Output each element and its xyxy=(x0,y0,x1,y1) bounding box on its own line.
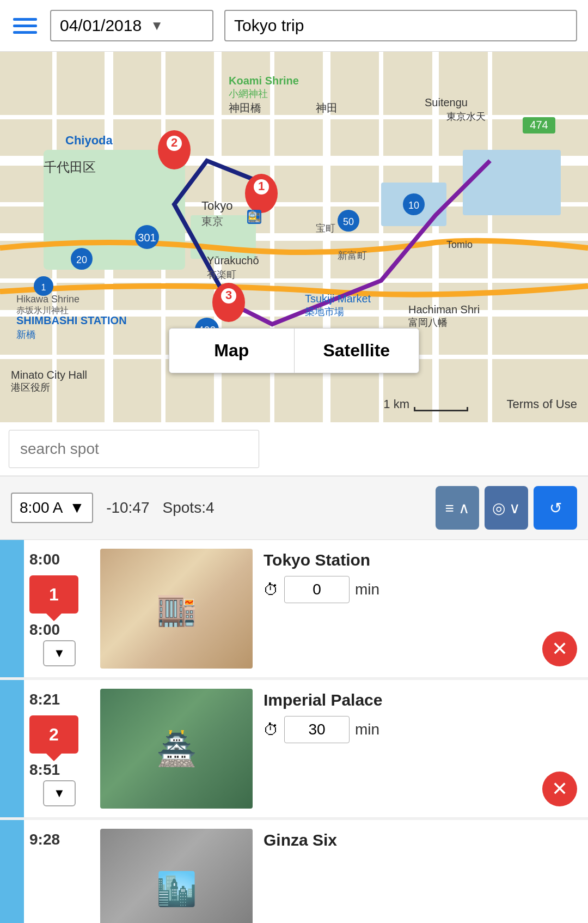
time-end-1: 8:00 xyxy=(29,621,60,639)
map-container[interactable]: Chiyoda 千代田区 Tokyo 東京 Yūrakuchō 有楽町 Tsuk… xyxy=(0,52,588,422)
left-bar-1 xyxy=(0,540,24,677)
scale-label: 1 km xyxy=(383,397,409,411)
clock-icon-1: ⏱ xyxy=(264,581,279,599)
spot-thumbnail-2 xyxy=(100,689,253,809)
svg-rect-21 xyxy=(463,150,561,215)
search-input[interactable] xyxy=(9,430,259,468)
compass-icon: ◎ ∨ xyxy=(492,499,521,517)
control-buttons: ≡ ∧ ◎ ∨ ↺ xyxy=(436,486,577,530)
scale-bar: 1 km xyxy=(383,397,468,411)
svg-text:10: 10 xyxy=(408,200,419,211)
time-start-2: 8:21 xyxy=(29,691,60,708)
refresh-icon: ↺ xyxy=(549,499,562,517)
list-view-button[interactable]: ≡ ∧ xyxy=(436,486,479,530)
svg-text:474: 474 xyxy=(530,119,548,131)
min-label-2: min xyxy=(355,721,379,738)
time-col-3: 9:28 xyxy=(24,820,95,923)
date-select[interactable]: 04/01/2018 ▼ xyxy=(50,10,213,41)
thumb-col-1 xyxy=(95,540,258,677)
start-time-value: 8:00 A xyxy=(20,499,63,517)
terms-of-use: Terms of Use xyxy=(506,397,577,411)
spot-name-1: Tokyo Station xyxy=(264,551,583,569)
itinerary-item-2: 8:21 2 8:51 ▼ Imperial Palace ⏱ min ✕ xyxy=(0,680,588,818)
svg-text:3: 3 xyxy=(225,288,232,302)
info-col-2: Imperial Palace ⏱ min xyxy=(258,680,588,817)
time-start-3: 9:28 xyxy=(29,831,60,848)
start-time-arrow: ▼ xyxy=(69,499,84,517)
svg-text:東京水天: 東京水天 xyxy=(446,111,486,122)
svg-text:有楽町: 有楽町 xyxy=(207,269,236,280)
delete-button-1[interactable]: ✕ xyxy=(542,631,577,666)
svg-text:港区役所: 港区役所 xyxy=(11,382,50,393)
scale-line xyxy=(414,407,468,411)
svg-text:Tomio: Tomio xyxy=(446,239,473,250)
duration-input-1[interactable] xyxy=(284,576,350,603)
left-bar-2 xyxy=(0,680,24,817)
svg-text:千代田区: 千代田区 xyxy=(44,160,96,174)
search-bar-container xyxy=(0,422,588,476)
svg-text:小網神社: 小網神社 xyxy=(229,88,268,99)
header: 04/01/2018 ▼ xyxy=(0,0,588,52)
svg-text:Koami Shrine: Koami Shrine xyxy=(229,75,299,87)
delete-button-2[interactable]: ✕ xyxy=(542,772,577,806)
svg-text:神田橋: 神田橋 xyxy=(229,102,261,114)
start-time-select[interactable]: 8:00 A ▼ xyxy=(11,493,93,523)
flag-badge-2: 2 xyxy=(29,715,78,754)
svg-text:新橋: 新橋 xyxy=(16,329,36,340)
itinerary-item-3: 9:28 Ginza Six xyxy=(0,820,588,923)
svg-text:SHIMBASHI STATION: SHIMBASHI STATION xyxy=(16,314,127,326)
time-end-2: 8:51 xyxy=(29,761,60,779)
menu-button[interactable] xyxy=(11,16,39,36)
list-icon: ≡ ∧ xyxy=(445,499,469,517)
time-col-2: 8:21 2 8:51 ▼ xyxy=(24,680,95,817)
trip-name-input[interactable] xyxy=(224,10,577,41)
svg-text:1: 1 xyxy=(41,283,46,292)
clock-icon-2: ⏱ xyxy=(264,721,279,739)
map-satellite-toggle[interactable]: Map Satellite xyxy=(169,328,419,373)
duration-input-2[interactable] xyxy=(284,716,350,743)
time-col-1: 8:00 1 8:00 ▼ xyxy=(24,540,95,677)
svg-text:神田: 神田 xyxy=(316,102,338,114)
svg-text:Tsukiji Market: Tsukiji Market xyxy=(305,293,371,305)
spot-name-3: Ginza Six xyxy=(264,831,583,849)
svg-text:20: 20 xyxy=(76,254,87,265)
controls-row: 8:00 A ▼ -10:47 Spots:4 ≡ ∧ ◎ ∨ ↺ xyxy=(0,476,588,540)
thumb-col-2 xyxy=(95,680,258,817)
date-dropdown-arrow: ▼ xyxy=(150,18,163,33)
refresh-button[interactable]: ↺ xyxy=(534,486,577,530)
svg-text:🚉: 🚉 xyxy=(248,210,261,223)
min-label-1: min xyxy=(355,581,379,598)
svg-text:東京: 東京 xyxy=(201,215,223,227)
spot-name-2: Imperial Palace xyxy=(264,691,583,709)
date-value: 04/01/2018 xyxy=(60,16,142,35)
left-bar-3 xyxy=(0,820,24,923)
svg-text:Hachiman Shri: Hachiman Shri xyxy=(408,303,480,315)
info-col-1: Tokyo Station ⏱ min xyxy=(258,540,588,677)
time-start-1: 8:00 xyxy=(29,551,60,568)
flag-badge-1: 1 xyxy=(29,575,78,614)
svg-text:Hikawa Shrine: Hikawa Shrine xyxy=(16,294,79,305)
thumb-col-3 xyxy=(95,820,258,923)
map-button[interactable]: Map xyxy=(169,329,294,373)
duration-row-2: ⏱ min xyxy=(264,716,583,743)
svg-text:宝町: 宝町 xyxy=(316,223,335,234)
svg-text:Suitengu: Suitengu xyxy=(425,96,468,108)
info-col-3: Ginza Six xyxy=(258,820,588,923)
svg-text:50: 50 xyxy=(343,216,354,227)
svg-text:Chiyoda: Chiyoda xyxy=(65,133,113,147)
transport-button-1[interactable]: ▼ xyxy=(43,640,76,666)
svg-text:Minato City Hall: Minato City Hall xyxy=(11,369,87,381)
svg-text:1: 1 xyxy=(258,179,265,193)
spots-text: Spots:4 xyxy=(163,499,215,517)
svg-text:富岡八幡: 富岡八幡 xyxy=(408,317,448,328)
transport-button-2[interactable]: ▼ xyxy=(43,780,76,806)
svg-text:301: 301 xyxy=(138,232,156,244)
compass-button[interactable]: ◎ ∨ xyxy=(485,486,528,530)
itinerary-item: 8:00 1 8:00 ▼ Tokyo Station ⏱ min ✕ xyxy=(0,540,588,678)
svg-text:赤坂氷川神社: 赤坂氷川神社 xyxy=(16,306,69,315)
satellite-button[interactable]: Satellite xyxy=(295,329,419,373)
svg-text:2: 2 xyxy=(171,136,177,149)
itinerary-list: 8:00 1 8:00 ▼ Tokyo Station ⏱ min ✕ 8:21… xyxy=(0,540,588,923)
spot-thumbnail-3 xyxy=(100,829,253,923)
duration-text: -10:47 xyxy=(106,499,149,517)
